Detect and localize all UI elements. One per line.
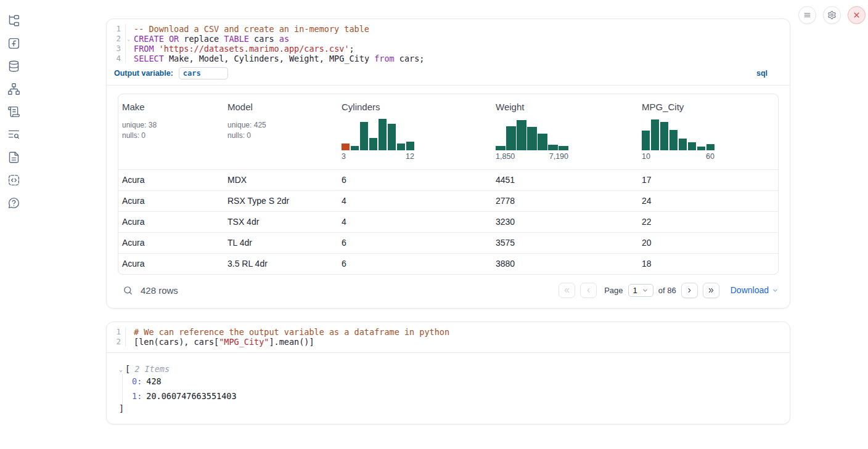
table-cell: Acura: [118, 233, 224, 253]
histogram-bar: [527, 127, 537, 150]
column-header-cylinders[interactable]: Cylinders312: [338, 94, 492, 169]
table-cell: 6: [338, 233, 492, 253]
table-header: Makeunique: 38nulls: 0Modelunique: 425nu…: [118, 94, 778, 169]
table-cell: 3575: [492, 233, 638, 253]
sql-output-area: Makeunique: 38nulls: 0Modelunique: 425nu…: [107, 86, 790, 308]
table-cell: 4: [338, 191, 492, 211]
table-cell: 4: [338, 212, 492, 232]
table-cell: TL 4dr: [224, 233, 338, 253]
column-histogram[interactable]: 312: [342, 118, 414, 161]
sql-code-editor[interactable]: 1-- Download a CSV and create an in-memo…: [107, 19, 790, 65]
code-text: -- Download a CSV and create an in-memor…: [126, 24, 369, 34]
histogram-axis-labels: 1,8507,190: [496, 152, 568, 161]
help-question-icon: [7, 196, 20, 209]
logs-search-panel-button[interactable]: [7, 127, 20, 141]
tree-item-index: 1:: [132, 391, 142, 401]
scratchpad-scroll-panel-button[interactable]: [7, 105, 20, 118]
tree-collapse-caret[interactable]: ⌄: [119, 366, 123, 373]
code-text: [len(cars), cars["MPG_City"].mean()]: [126, 337, 314, 347]
line-number: 3: [107, 44, 126, 54]
chevron-down-icon: [642, 287, 649, 294]
sidebar: [0, 0, 27, 209]
code-text: # We can reference the output variable a…: [126, 327, 449, 337]
column-histogram[interactable]: 1,8507,190: [496, 118, 568, 161]
column-title: Make: [122, 102, 219, 112]
settings-button[interactable]: [823, 6, 841, 24]
logs-search-icon: [7, 128, 20, 141]
table-row: AcuraTSX 4dr4323022: [118, 211, 778, 232]
python-code-editor[interactable]: 1# We can reference the output variable …: [107, 322, 790, 353]
code-line: 4SELECT Make, Model, Cylinders, Weight, …: [107, 54, 790, 63]
table-cell: Acura: [118, 212, 224, 232]
histogram-axis-labels: 1060: [642, 152, 714, 161]
download-label: Download: [731, 285, 769, 295]
fold-caret-icon[interactable]: ⌄: [127, 36, 130, 42]
histogram-bar: [379, 119, 387, 150]
histogram-bar: [706, 144, 714, 150]
page-select[interactable]: 1: [628, 284, 653, 297]
topbar: [798, 6, 866, 24]
search-icon[interactable]: [123, 285, 133, 296]
table-cell: Acura: [118, 254, 224, 274]
scratchpad-scroll-icon: [7, 105, 20, 118]
python-output-area: ⌄ [ 2 Items 0:4281:20.060747663551403 ]: [107, 353, 790, 424]
dependency-graph-panel-button[interactable]: [7, 82, 20, 95]
histogram-bar: [651, 119, 659, 150]
document-panel-button[interactable]: [7, 150, 20, 164]
line-number: 1: [107, 327, 126, 337]
histogram-bar: [642, 131, 650, 150]
line-number: 1: [107, 24, 126, 34]
code-line: 2[len(cars), cars["MPG_City"].mean()]: [107, 337, 790, 347]
menu-button[interactable]: [798, 6, 816, 24]
column-header-make[interactable]: Makeunique: 38nulls: 0: [118, 94, 224, 169]
table-cell: 3880: [492, 254, 638, 274]
column-stats: unique: 38nulls: 0: [122, 120, 219, 140]
last-page-button[interactable]: [703, 283, 719, 298]
histogram-bar: [517, 120, 526, 150]
shutdown-button[interactable]: [848, 6, 866, 24]
code-text: CREATE OR replace TABLE cars as: [126, 34, 289, 44]
histogram-bar: [351, 146, 359, 150]
table-cell: 6: [338, 170, 492, 190]
histogram-bar: [669, 130, 678, 150]
function-square-icon: [7, 37, 20, 50]
code-text: SELECT Make, Model, Cylinders, Weight, M…: [126, 54, 424, 63]
prev-page-button[interactable]: [580, 283, 597, 298]
histogram-bar: [688, 142, 696, 150]
output-variable-input[interactable]: [179, 67, 228, 79]
code-line: 2⌄CREATE OR replace TABLE cars as: [107, 34, 790, 44]
output-variable-row: Output variable: sql: [107, 65, 790, 86]
download-button[interactable]: Download: [731, 285, 779, 295]
histogram-bar: [697, 147, 705, 150]
menu-icon: [803, 10, 812, 20]
next-page-button[interactable]: [681, 283, 698, 298]
histogram-bar: [660, 122, 668, 150]
histogram-bar: [342, 144, 350, 150]
sql-cell: 1-- Download a CSV and create an in-memo…: [106, 18, 790, 309]
function-square-panel-button[interactable]: [7, 36, 20, 50]
table-cell: 3230: [492, 212, 638, 232]
column-header-weight[interactable]: Weight1,8507,190: [492, 94, 638, 169]
file-tree-panel-button[interactable]: [7, 14, 20, 27]
histogram-bar: [559, 146, 568, 150]
close-bracket: ]: [119, 403, 777, 413]
help-question-panel-button[interactable]: [7, 196, 20, 209]
output-variable-label: Output variable:: [114, 69, 173, 78]
table-cell: 20: [638, 233, 778, 253]
chevron-down-icon: [772, 287, 779, 294]
snippets-code-icon: [7, 174, 20, 187]
snippets-code-panel-button[interactable]: [7, 173, 20, 187]
column-histogram[interactable]: 1060: [642, 118, 714, 161]
table-cell: 22: [638, 212, 778, 232]
first-page-button[interactable]: [559, 283, 575, 298]
histogram-bar: [388, 124, 396, 150]
column-header-model[interactable]: Modelunique: 425nulls: 0: [224, 94, 338, 169]
language-badge: sql: [756, 69, 768, 78]
column-header-mpg_city[interactable]: MPG_City1060: [638, 94, 778, 169]
tree-item-value: 428: [146, 376, 161, 386]
database-panel-button[interactable]: [7, 59, 20, 73]
table-cell: 3.5 RL 4dr: [224, 254, 338, 274]
database-icon: [7, 60, 20, 73]
table-cell: RSX Type S 2dr: [224, 191, 338, 211]
histogram-axis-labels: 312: [342, 152, 414, 161]
